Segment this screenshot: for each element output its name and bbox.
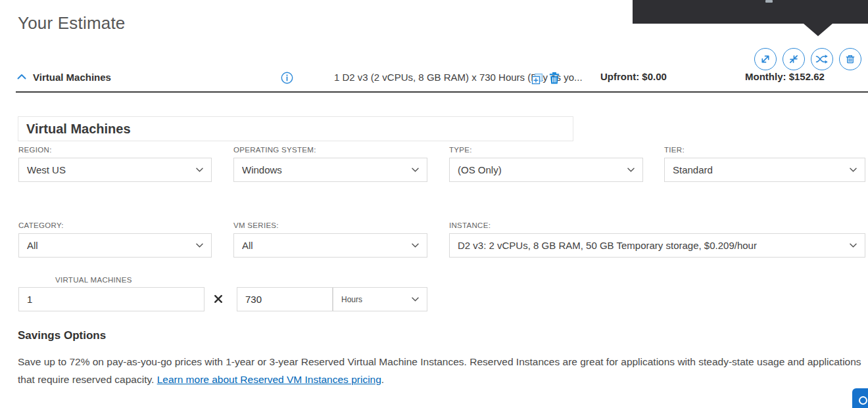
region-value: West US <box>27 164 196 175</box>
expand-icon <box>755 48 776 70</box>
region-label: REGION: <box>18 146 52 154</box>
savings-text-before-link: Save up to 72% on pay-as-you-go prices w… <box>18 356 861 385</box>
estimate-row-summary: 1 D2 v3 (2 vCPUs, 8 GB RAM) x 730 Hours … <box>334 72 583 83</box>
chevron-down-icon <box>196 168 203 172</box>
shuffle-icon <box>811 48 832 70</box>
chevron-down-icon <box>196 243 203 248</box>
region-select[interactable]: West US <box>18 158 212 182</box>
instance-select[interactable]: D2 v3: 2 vCPUs, 8 GB RAM, 50 GB Temporar… <box>449 233 865 258</box>
upfront-cost: Upfront: $0.00 <box>600 71 667 82</box>
estimate-row-divider <box>16 91 868 93</box>
service-title-input[interactable] <box>18 116 573 141</box>
tier-label: TIER: <box>664 146 685 154</box>
collapse-all-button[interactable] <box>783 48 805 70</box>
vm-series-value: All <box>242 240 412 251</box>
chevron-down-icon <box>850 168 857 172</box>
savings-description: Save up to 72% on pay-as-you-go prices w… <box>18 353 867 388</box>
vm-count-input[interactable] <box>18 287 205 311</box>
savings-text-after-link: . <box>381 374 384 385</box>
vm-series-select[interactable]: All <box>233 233 427 258</box>
vm-series-label: VM SERIES: <box>233 221 279 229</box>
duplicate-icon[interactable] <box>531 73 543 85</box>
duration-input[interactable] <box>237 287 333 311</box>
info-icon[interactable] <box>281 72 293 84</box>
operating-system-select[interactable]: Windows <box>233 158 427 182</box>
duration-unit-select[interactable]: Hours <box>333 287 427 311</box>
expand-all-button[interactable] <box>754 48 777 70</box>
category-value: All <box>27 240 196 251</box>
savings-options-heading: Savings Options <box>18 329 106 342</box>
tooltip-clipped-text <box>765 0 773 3</box>
operating-system-value: Windows <box>242 164 412 175</box>
collapse-row-chevron[interactable] <box>17 74 26 79</box>
tooltip-caret <box>804 24 832 36</box>
monthly-cost: Monthly: $152.62 <box>745 71 825 82</box>
feedback-button[interactable] <box>852 388 868 408</box>
instance-value: D2 v3: 2 vCPUs, 8 GB RAM, 50 GB Temporar… <box>458 240 850 251</box>
tooltip-popup <box>633 0 868 24</box>
estimate-toolbar <box>754 48 861 70</box>
type-select[interactable]: (OS Only) <box>449 158 643 182</box>
multiply-icon <box>214 294 223 304</box>
duration-unit-value: Hours <box>341 295 412 304</box>
type-value: (OS Only) <box>458 164 627 175</box>
reorder-button[interactable] <box>811 48 833 70</box>
operating-system-label: OPERATING SYSTEM: <box>233 146 316 154</box>
trash-icon <box>840 48 861 70</box>
tier-select[interactable]: Standard <box>664 158 865 182</box>
vm-count-label: VIRTUAL MACHINES <box>55 276 132 284</box>
page-title: Your Estimate <box>18 13 126 34</box>
category-label: CATEGORY: <box>18 221 64 229</box>
pricing-calculator-estimate-page: Your Estimate <box>0 0 868 408</box>
delete-row-icon[interactable] <box>549 72 560 84</box>
chevron-down-icon <box>412 297 419 302</box>
tier-value: Standard <box>673 164 850 175</box>
chevron-down-icon <box>627 168 635 172</box>
type-label: TYPE: <box>449 146 472 154</box>
reserved-vm-pricing-link[interactable]: Learn more about Reserved VM Instances p… <box>157 374 381 385</box>
chevron-up-icon <box>17 74 26 79</box>
delete-all-button[interactable] <box>839 48 861 70</box>
instance-label: INSTANCE: <box>449 221 491 229</box>
collapse-icon <box>783 48 804 70</box>
chevron-down-icon <box>412 168 419 172</box>
feedback-icon <box>859 396 867 405</box>
chevron-down-icon <box>412 243 419 248</box>
estimate-row-service-name[interactable]: Virtual Machines <box>33 72 111 83</box>
chevron-down-icon <box>850 243 857 248</box>
category-select[interactable]: All <box>18 233 212 258</box>
